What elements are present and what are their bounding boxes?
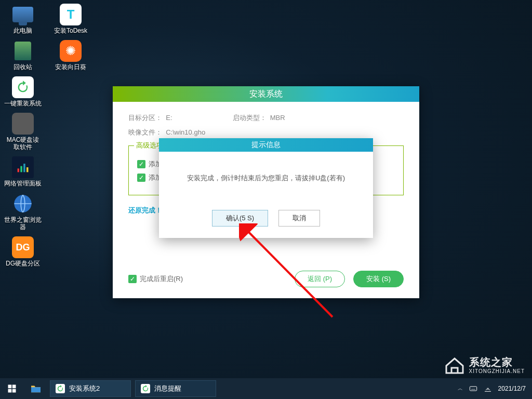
network-panel-icon — [12, 156, 34, 178]
svg-rect-2 — [23, 164, 25, 172]
svg-rect-13 — [470, 387, 476, 391]
recycle-bin-icon — [15, 42, 31, 60]
disk-genius-icon: DG — [12, 236, 34, 258]
prompt-dialog: 提示信息 安装完成，倒计时结束后为您重启，请拔掉U盘(若有) 确认(5 S) 取… — [159, 138, 373, 238]
taskbar: 安装系统2 消息提醒 ︿ 2021/12/7 — [0, 378, 532, 399]
monitor-icon — [12, 7, 33, 22]
taskbar-file-explorer[interactable] — [24, 378, 48, 399]
svg-rect-3 — [26, 167, 29, 172]
back-button[interactable]: 返回 (P) — [295, 271, 345, 287]
confirm-button[interactable]: 确认(5 S) — [212, 210, 268, 227]
keyboard-icon[interactable] — [469, 384, 477, 393]
desktop-icon-todesk[interactable]: T 安装ToDesk — [52, 4, 89, 34]
folder-icon — [30, 384, 42, 393]
install-button[interactable]: 安装 (S) — [353, 271, 404, 287]
start-button[interactable] — [0, 378, 24, 399]
icon-label: 一键重装系统 — [4, 100, 42, 107]
desktop-icon-reinstall[interactable]: 一键重装系统 — [4, 77, 42, 107]
target-partition-value: E: — [166, 114, 172, 122]
checkbox-restart-after[interactable]: ✓完成后重启(R) — [128, 274, 183, 284]
system-tray: ︿ 2021/12/7 — [458, 384, 532, 393]
svg-rect-0 — [18, 168, 20, 172]
icon-label: DG硬盘分区 — [6, 260, 40, 267]
watermark: 系统之家 XITONGZHIJIA.NET — [444, 354, 525, 375]
network-icon[interactable] — [484, 384, 492, 393]
task-label: 消息提醒 — [154, 384, 181, 393]
tray-date[interactable]: 2021/12/7 — [498, 385, 526, 392]
boot-type-label: 启动类型： — [233, 114, 267, 122]
icon-label: 此电脑 — [14, 27, 32, 34]
tray-chevron-up-icon[interactable]: ︿ — [458, 385, 463, 392]
house-icon — [444, 354, 465, 375]
windows-icon — [7, 384, 17, 393]
svg-rect-7 — [12, 385, 16, 389]
desktop-icon-browser[interactable]: 世界之窗浏览 器 — [4, 193, 42, 231]
svg-rect-1 — [20, 166, 22, 172]
image-file-label: 映像文件： — [128, 128, 162, 136]
boot-type-value: MBR — [270, 114, 285, 122]
svg-rect-10 — [31, 387, 41, 392]
icon-label: 安装向日葵 — [55, 63, 86, 71]
watermark-sub: XITONGZHIJIA.NET — [469, 368, 525, 374]
svg-rect-6 — [8, 385, 12, 389]
target-partition-label: 目标分区： — [128, 114, 162, 122]
globe-icon — [12, 193, 34, 215]
icon-label: 回收站 — [14, 63, 32, 71]
icon-label: MAC硬盘读 取软件 — [7, 136, 39, 151]
reinstall-icon — [12, 76, 34, 98]
reinstall-icon — [141, 384, 150, 393]
prompt-title: 提示信息 — [159, 138, 373, 152]
todesk-icon: T — [60, 4, 82, 25]
desktop-icon-this-pc[interactable]: 此电脑 — [4, 4, 42, 34]
watermark-title: 系统之家 — [469, 355, 525, 369]
desktop-icon-sunflower[interactable]: ✺ 安装向日葵 — [52, 41, 89, 71]
taskbar-task-message[interactable]: 消息提醒 — [135, 380, 216, 397]
check-icon: ✓ — [137, 174, 145, 182]
icon-label: 安装ToDesk — [54, 27, 87, 34]
taskbar-task-installer[interactable]: 安装系统2 — [50, 380, 131, 397]
desktop-icon-dg[interactable]: DG DG硬盘分区 — [4, 237, 42, 267]
desktop-icons: 此电脑 T 安装ToDesk 回收站 ✺ 安装向日葵 一键重装系统 MAC硬盘读… — [4, 4, 89, 267]
icon-label: 网络管理面板 — [4, 180, 42, 187]
sunflower-icon: ✺ — [60, 40, 82, 62]
prompt-message: 安装完成，倒计时结束后为您重启，请拔掉U盘(若有) — [170, 174, 362, 183]
apple-icon — [12, 113, 34, 135]
image-file-value: C:\win10.gho — [166, 128, 205, 136]
desktop-icon-network-panel[interactable]: 网络管理面板 — [4, 157, 42, 187]
cancel-button[interactable]: 取消 — [278, 210, 320, 227]
svg-rect-8 — [8, 389, 12, 393]
icon-label: 世界之窗浏览 器 — [4, 216, 42, 231]
svg-rect-9 — [12, 389, 16, 393]
desktop-icon-recycle-bin[interactable]: 回收站 — [4, 41, 42, 71]
installer-title: 安装系统 — [113, 86, 419, 102]
reinstall-icon — [56, 384, 65, 393]
task-label: 安装系统2 — [69, 384, 100, 393]
desktop-icon-mac-disk[interactable]: MAC硬盘读 取软件 — [4, 113, 42, 151]
check-icon: ✓ — [128, 275, 137, 283]
check-icon: ✓ — [137, 160, 145, 168]
